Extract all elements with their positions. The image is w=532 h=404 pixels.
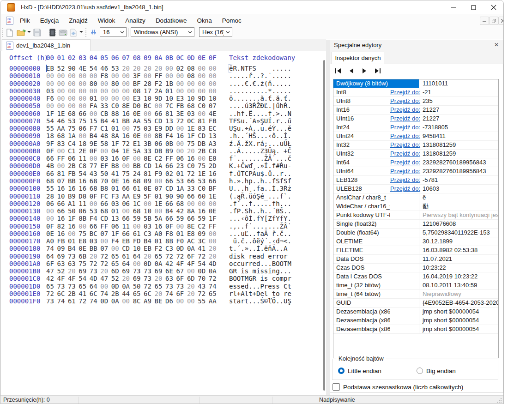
hex-row[interactable]: 000001B04752206973206D697373696E67000D0A…	[1, 267, 326, 275]
hex-byte[interactable]: 66	[122, 185, 133, 192]
hex-byte[interactable]: C4	[68, 140, 79, 147]
inspector-value[interactable]: 235	[419, 97, 498, 105]
hex-byte[interactable]: DB	[155, 147, 165, 155]
hex-byte[interactable]: 00	[57, 162, 67, 169]
hex-byte[interactable]: 72	[100, 260, 111, 267]
hex-byte[interactable]: 66	[46, 170, 57, 177]
hex-bytes[interactable]: 2810B9D80FFCF3AAE95F01909066601E	[46, 193, 219, 200]
hex-byte[interactable]: 58	[100, 140, 111, 147]
hex-byte[interactable]: F4	[111, 237, 122, 245]
hex-byte[interactable]: 20	[144, 253, 154, 260]
hex-byte[interactable]: A3	[209, 140, 219, 147]
hex-byte[interactable]: 00	[176, 223, 187, 230]
hex-row[interactable]: 000001A06F63637572726564000D0A424F4F544D…	[1, 260, 326, 267]
hex-byte[interactable]: 0D	[176, 245, 187, 252]
hex-byte[interactable]: 0A	[111, 297, 122, 305]
inspector-value[interactable]: 16.04.2019 10:23:22	[419, 272, 498, 281]
hex-byte[interactable]: 00	[100, 283, 111, 290]
hex-byte[interactable]: 00	[209, 87, 219, 95]
inspector-row[interactable]: Czas DOS10:23:22	[333, 264, 498, 272]
hex-byte[interactable]: 66	[90, 223, 100, 230]
hex-byte[interactable]: 68	[100, 207, 111, 215]
hex-byte[interactable]: 66	[155, 110, 165, 117]
menu-plik[interactable]: Plik	[15, 17, 35, 24]
hex-byte[interactable]: E8	[79, 237, 89, 245]
hex-bytes[interactable]: 0066500653680100681000B4428A160E	[46, 207, 219, 215]
hex-byte[interactable]: 8E	[122, 102, 133, 109]
hex-row[interactable]: 000001600E160075BC071F6661C3A0F801E80900…	[1, 230, 326, 237]
hex-byte[interactable]: 01	[176, 170, 187, 177]
hex-byte[interactable]: 1A	[155, 162, 165, 169]
inspector-row[interactable]: AnsiChar / char8_të	[333, 193, 498, 202]
hex-byte[interactable]: 68	[68, 110, 79, 117]
hex-byte[interactable]: FB	[176, 102, 187, 109]
hex-byte[interactable]: 9D	[155, 95, 165, 102]
hex-byte[interactable]: 00	[100, 95, 111, 102]
inspector-value[interactable]: jmp short $00000054	[419, 308, 498, 316]
hex-byte[interactable]: CD	[198, 132, 208, 139]
hex-decoded-text[interactable]: BOOTMGR is compr	[229, 275, 291, 282]
hex-byte[interactable]: 10	[144, 95, 154, 102]
hex-bytes[interactable]: 6807BB1668700E166809006653665366	[46, 177, 219, 185]
hex-byte[interactable]: 2B	[111, 290, 122, 297]
hex-byte[interactable]: 0D	[100, 297, 111, 305]
hex-byte[interactable]: 00	[122, 80, 133, 87]
hex-byte[interactable]: 00	[79, 95, 89, 102]
hex-row[interactable]: 000000C066FF06110003160F008EC2FF061600E8…	[1, 155, 326, 162]
hex-byte[interactable]: 8B	[165, 237, 176, 245]
hex-byte[interactable]: 65	[209, 290, 219, 297]
hex-byte[interactable]: 53	[111, 65, 122, 72]
hex-byte[interactable]: 3F	[133, 72, 144, 79]
tab-dev1-lba2048-1-bin[interactable]: FBA0 dev1_lba2048_1.bin	[2, 39, 91, 51]
hex-bytes[interactable]: 0F00C12E0F00041E5A33DBB900202BC8	[46, 147, 219, 155]
hex-byte[interactable]: 16	[79, 177, 89, 185]
hex-byte[interactable]: 72	[209, 275, 219, 282]
hex-byte[interactable]: 00	[100, 80, 111, 87]
hex-decoded-text[interactable]: ....€.€.ż(ň.....	[229, 80, 291, 87]
hex-byte[interactable]: 00	[176, 87, 187, 95]
hex-bytes[interactable]: 726C2B416C742B44656C20746F207265	[46, 290, 219, 297]
hex-decoded-text[interactable]: ...uĽ..faĂ ř.č..	[229, 230, 291, 237]
hex-byte[interactable]: 0F	[90, 147, 100, 155]
minimize-button[interactable]	[443, 0, 464, 14]
hex-byte[interactable]: BB	[68, 177, 79, 185]
hex-byte[interactable]: 06	[111, 223, 122, 230]
hex-byte[interactable]: 4F	[176, 260, 187, 267]
hex-byte[interactable]: 61	[133, 185, 144, 192]
inspector-row[interactable]: Int8Przejdź do:-21	[333, 88, 498, 97]
hex-byte[interactable]: 8A	[187, 207, 198, 215]
hex-bytes[interactable]: 5516161668B80166610E07CD1A33C0BF	[46, 185, 219, 192]
hex-byte[interactable]: 68	[133, 177, 144, 185]
hex-byte[interactable]: 6F	[46, 260, 57, 267]
hex-byte[interactable]: 72	[176, 253, 187, 260]
hex-byte[interactable]: 0A	[209, 267, 219, 275]
hex-byte[interactable]: 73	[133, 267, 144, 275]
hex-byte[interactable]: 00	[198, 72, 208, 79]
hex-byte[interactable]: 66	[122, 230, 133, 237]
hex-byte[interactable]: 65	[155, 283, 165, 290]
hex-byte[interactable]: 16	[209, 170, 219, 177]
hex-decoded-text[interactable]: ....ú3ŔŽĐĽ.|űhŔ.	[229, 102, 291, 109]
open-disk-button[interactable]	[58, 28, 68, 37]
hex-byte[interactable]: 2E	[79, 147, 89, 155]
hex-byte[interactable]: 70	[100, 177, 111, 185]
hex-byte[interactable]: 55	[144, 117, 154, 125]
hex-byte[interactable]: 0A	[187, 245, 198, 252]
goto-link[interactable]: Przejdź do:	[390, 89, 420, 96]
first-byte-button[interactable]	[334, 66, 343, 75]
hex-byte[interactable]: 00	[198, 110, 208, 117]
hex-byte[interactable]: F8	[100, 72, 111, 79]
hex-byte[interactable]: 68	[90, 185, 100, 192]
hex-byte[interactable]: 44	[122, 290, 133, 297]
hex-byte[interactable]: 0E	[133, 132, 144, 139]
hex-byte[interactable]: 67	[176, 267, 187, 275]
hex-byte[interactable]: 69	[122, 267, 133, 275]
hex-row[interactable]: 000001F073746172740D0A008CA9BED6000055AA…	[1, 297, 326, 305]
hex-byte[interactable]: 01	[111, 125, 122, 132]
hex-byte[interactable]: FF	[155, 72, 165, 79]
hex-byte[interactable]: 2B	[198, 147, 208, 155]
hex-decoded-text[interactable]: disk read error	[229, 253, 291, 260]
hex-byte[interactable]: 4E	[79, 65, 89, 72]
menu-widok[interactable]: Widok	[93, 17, 121, 24]
hex-byte[interactable]: 77	[90, 162, 100, 169]
